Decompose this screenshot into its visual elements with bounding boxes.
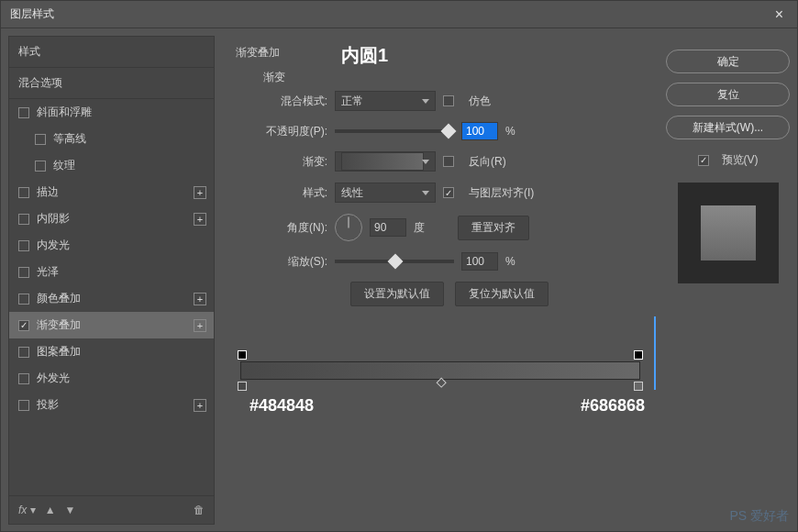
- move-up-icon[interactable]: ▲: [45, 504, 56, 516]
- watermark: PS 爱好者: [729, 508, 789, 525]
- color-stop-left[interactable]: [238, 382, 247, 391]
- sidebar-item-gradient-overlay[interactable]: 渐变叠加+: [9, 312, 214, 338]
- style-label: 样式:: [254, 185, 327, 201]
- percent-label: %: [505, 125, 515, 138]
- align-label: 与图层对齐(I): [469, 185, 534, 201]
- trash-icon[interactable]: 🗑: [194, 504, 205, 516]
- opacity-stop-right[interactable]: [634, 350, 643, 360]
- style-dropdown[interactable]: 线性: [335, 183, 436, 203]
- right-panel: 确定 复位 新建样式(W)... 预览(V): [666, 36, 790, 525]
- sidebar-item-label: 外发光: [37, 371, 70, 386]
- ok-button[interactable]: 确定: [666, 50, 790, 73]
- plus-icon[interactable]: +: [194, 399, 206, 412]
- blend-mode-row: 混合模式: 正常 仿色: [254, 91, 645, 111]
- sidebar-item-label: 颜色叠加: [37, 291, 81, 306]
- sidebar-item-label: 投影: [37, 397, 59, 413]
- sidebar-item-label: 光泽: [37, 264, 59, 280]
- checkbox-icon[interactable]: [18, 107, 29, 118]
- sidebar-item-label: 斜面和浮雕: [37, 105, 92, 120]
- preview-row: 预览(V): [666, 152, 790, 168]
- gradient-label: 渐变:: [254, 154, 327, 170]
- dither-label: 仿色: [469, 94, 491, 109]
- angle-input[interactable]: [370, 218, 406, 237]
- plus-icon[interactable]: +: [194, 186, 206, 199]
- move-down-icon[interactable]: ▼: [65, 504, 76, 516]
- close-icon[interactable]: ×: [770, 6, 788, 23]
- sidebar-header-blend[interactable]: 混合选项: [9, 68, 214, 99]
- angle-row: 角度(N): 度 重置对齐: [254, 214, 645, 241]
- reset-default-button[interactable]: 复位为默认值: [455, 282, 549, 306]
- reverse-checkbox[interactable]: [443, 156, 454, 167]
- checkbox-icon[interactable]: [18, 373, 29, 384]
- window-title: 图层样式: [10, 6, 770, 22]
- gradient-picker[interactable]: [335, 151, 436, 172]
- preview-label: 预览(V): [722, 152, 759, 168]
- set-default-button[interactable]: 设置为默认值: [350, 282, 444, 306]
- sidebar-item-contour[interactable]: 等高线: [9, 126, 214, 152]
- sidebar-item-outer-glow[interactable]: 外发光: [9, 365, 214, 392]
- scale-input[interactable]: [461, 252, 498, 271]
- checkbox-icon[interactable]: [18, 214, 29, 225]
- plus-icon[interactable]: +: [194, 319, 206, 332]
- sidebar-item-inner-glow[interactable]: 内发光: [9, 232, 214, 259]
- checkbox-icon[interactable]: [35, 161, 46, 172]
- checkbox-icon[interactable]: [35, 134, 46, 145]
- overlay-layer-name: 内圆1: [341, 43, 388, 68]
- slider-thumb-icon[interactable]: [388, 254, 404, 270]
- sidebar-item-pattern-overlay[interactable]: 图案叠加: [9, 338, 214, 365]
- new-style-button[interactable]: 新建样式(W)...: [666, 116, 790, 139]
- reset-align-button[interactable]: 重置对齐: [458, 216, 529, 240]
- checkbox-icon[interactable]: [18, 294, 29, 305]
- angle-dial[interactable]: [335, 214, 362, 241]
- angle-label: 角度(N):: [254, 220, 327, 236]
- sidebar-item-label: 渐变叠加: [37, 317, 81, 333]
- sidebar-item-label: 内阴影: [37, 211, 70, 227]
- preview-checkbox[interactable]: [698, 155, 709, 166]
- color-left-label: #484848: [249, 396, 314, 416]
- slider-thumb-icon[interactable]: [441, 124, 457, 139]
- scale-label: 缩放(S):: [254, 254, 327, 270]
- sidebar-item-label: 内发光: [37, 238, 70, 253]
- sidebar-item-label: 描边: [37, 184, 59, 200]
- plus-icon[interactable]: +: [194, 293, 206, 305]
- sidebar-item-bevel[interactable]: 斜面和浮雕: [9, 99, 214, 126]
- color-stop-right[interactable]: [634, 382, 643, 391]
- gradient-row: 渐变: 反向(R): [254, 151, 645, 172]
- checkbox-icon[interactable]: [18, 187, 29, 198]
- plus-icon[interactable]: +: [194, 213, 206, 226]
- checkbox-icon[interactable]: [18, 347, 29, 358]
- checkbox-icon[interactable]: [18, 240, 29, 251]
- reverse-label: 反向(R): [469, 154, 506, 170]
- preview-swatch: [701, 205, 756, 260]
- sidebar-footer: fx ▾ ▲ ▼ 🗑: [9, 495, 214, 524]
- content-area: 样式 混合选项 斜面和浮雕 等高线 纹理 描边+ 内阴影+ 内发光 光泽 颜色叠…: [1, 28, 797, 532]
- dither-checkbox[interactable]: [443, 95, 454, 106]
- opacity-stop-left[interactable]: [238, 350, 247, 360]
- blend-mode-label: 混合模式:: [254, 94, 327, 109]
- checkbox-icon[interactable]: [18, 267, 29, 278]
- sidebar-item-texture[interactable]: 纹理: [9, 152, 214, 179]
- sidebar-header-styles[interactable]: 样式: [9, 37, 214, 68]
- titlebar: 图层样式 ×: [1, 1, 797, 28]
- preview-box: [678, 183, 779, 283]
- sidebar-item-label: 图案叠加: [37, 344, 81, 360]
- opacity-slider[interactable]: [335, 129, 454, 133]
- checkbox-icon[interactable]: [18, 320, 29, 331]
- sidebar-item-inner-shadow[interactable]: 内阴影+: [9, 205, 214, 232]
- sidebar-item-label: 等高线: [53, 131, 86, 147]
- default-buttons-row: 设置为默认值 复位为默认值: [254, 282, 645, 306]
- scale-slider[interactable]: [335, 260, 454, 263]
- opacity-input[interactable]: [461, 122, 498, 140]
- layer-style-window: 图层样式 × 样式 混合选项 斜面和浮雕 等高线 纹理 描边+ 内阴影+ 内发光…: [0, 0, 798, 532]
- checkbox-icon[interactable]: [18, 400, 29, 411]
- reset-button[interactable]: 复位: [666, 83, 790, 106]
- sidebar-item-color-overlay[interactable]: 颜色叠加+: [9, 285, 214, 312]
- sidebar-item-satin[interactable]: 光泽: [9, 259, 214, 285]
- blend-mode-dropdown[interactable]: 正常: [335, 91, 436, 111]
- sidebar-item-drop-shadow[interactable]: 投影+: [9, 392, 214, 418]
- section-title: 渐变叠加: [236, 45, 645, 61]
- fx-menu-icon[interactable]: fx ▾: [18, 504, 36, 516]
- sidebar-item-stroke[interactable]: 描边+: [9, 179, 214, 205]
- main-panel: 渐变叠加 内圆1 渐变 混合模式: 正常 仿色 不透明度(P): % 渐变:: [222, 36, 659, 525]
- align-checkbox[interactable]: [443, 187, 454, 198]
